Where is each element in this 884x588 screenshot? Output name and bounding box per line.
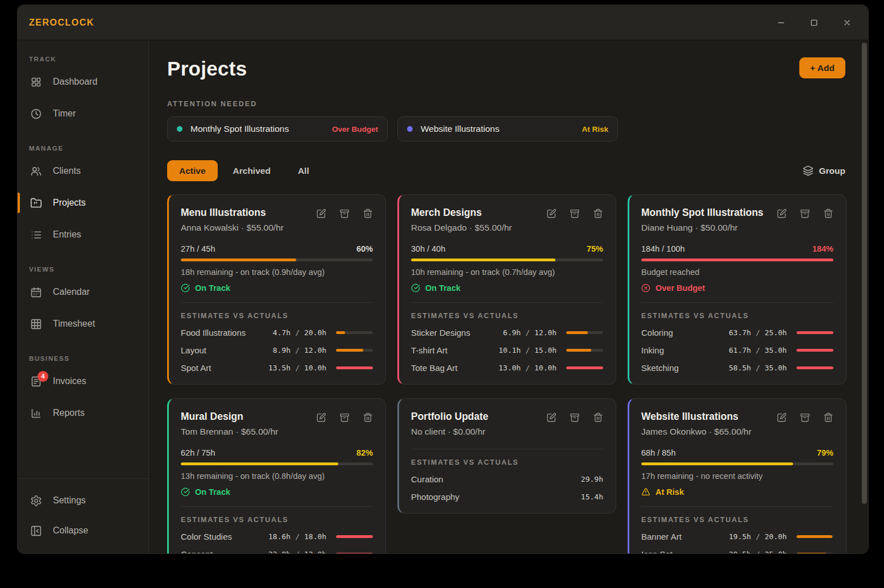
task-name: Spot Art (181, 363, 262, 373)
tab-active[interactable]: Active (167, 160, 218, 181)
project-client-rate: No client · $0.00/hr (411, 427, 488, 437)
tab-archived[interactable]: Archived (221, 160, 283, 181)
bar-chart-icon (30, 407, 42, 419)
task-name: Coloring (641, 328, 723, 337)
progress-percent: 184% (812, 244, 833, 253)
hours-tracked: 27h / 45h (181, 244, 215, 253)
task-progress-bar (796, 366, 833, 369)
sidebar-item-projects[interactable]: Projects (18, 189, 148, 217)
task-name: Tote Bag Art (411, 363, 492, 373)
progress-bar (641, 258, 833, 261)
group-button[interactable]: Group (803, 165, 846, 176)
project-name: Website Illustrations (641, 411, 752, 423)
delete-button[interactable] (823, 208, 833, 220)
sidebar-item-label: Collapse (53, 526, 88, 536)
hours-tracked: 30h / 40h (411, 244, 445, 253)
task-progress-fill (796, 553, 827, 554)
task-progress-fill (566, 366, 603, 369)
task-hours: 15.4h (581, 493, 603, 501)
edit-icon (777, 208, 787, 219)
sidebar-item-settings[interactable]: Settings (18, 486, 148, 515)
status-label: On Track (195, 283, 230, 293)
task-hours: 13.0h/10.0h (492, 364, 559, 372)
archive-button[interactable] (339, 412, 350, 424)
project-name: Monthly Spot Illustrations (641, 207, 763, 219)
sidebar-section-manage: MANAGE (29, 145, 148, 152)
edit-button[interactable] (777, 412, 787, 424)
delete-button[interactable] (593, 208, 603, 220)
check-circle-icon (181, 487, 190, 497)
archive-button[interactable] (570, 412, 580, 424)
x-circle-icon (641, 283, 650, 293)
archive-button[interactable] (800, 412, 810, 424)
task-hours: 61.7h/35.0h (723, 346, 790, 355)
delete-button[interactable] (363, 412, 373, 424)
close-button[interactable] (837, 13, 857, 32)
project-card-portfolio-update: Portfolio Update No client · $0.00/hr ES… (397, 398, 616, 514)
users-icon (30, 165, 42, 177)
archive-button[interactable] (570, 208, 580, 220)
edit-button[interactable] (777, 208, 787, 220)
sidebar-item-dashboard[interactable]: Dashboard (18, 68, 148, 96)
task-name: Sticker Designs (411, 328, 492, 337)
task-row: Sticker Designs 6.9h/12.0h (411, 327, 603, 337)
sidebar-item-invoices[interactable]: 4 Invoices (18, 367, 148, 395)
edit-button[interactable] (546, 412, 557, 424)
maximize-button[interactable] (804, 13, 824, 32)
archive-button[interactable] (339, 208, 350, 220)
edit-button[interactable] (316, 208, 326, 220)
sidebar-item-collapse[interactable]: Collapse (18, 516, 148, 545)
attention-row: Monthly Spot Illustrations Over Budget W… (167, 116, 845, 141)
task-progress-bar (336, 331, 373, 334)
layers-icon (803, 165, 814, 176)
sidebar-item-calendar[interactable]: Calendar (18, 278, 148, 306)
task-row: Icon Set 20.5h/25.0h (641, 549, 833, 554)
estimates-vs-actuals-label: ESTIMATES VS ACTUALS (641, 312, 833, 320)
task-hours: 29.9h (581, 475, 603, 483)
desktop-background: ZEROCLOCK TRACK Dashboard Timer MANAGE (0, 0, 884, 588)
sidebar-item-reports[interactable]: Reports (18, 399, 148, 427)
sidebar-item-timesheet[interactable]: Timesheet (18, 310, 148, 338)
estimates-vs-actuals-label: ESTIMATES VS ACTUALS (181, 312, 373, 320)
trash-icon (363, 208, 373, 219)
sidebar-item-timer[interactable]: Timer (18, 99, 148, 128)
progress-bar-fill (181, 462, 338, 465)
minimize-button[interactable] (771, 13, 791, 32)
task-row: Inking 61.7h/35.0h (641, 345, 833, 355)
task-name: Color Studies (181, 532, 262, 541)
archive-button[interactable] (800, 208, 810, 220)
delete-button[interactable] (593, 412, 603, 424)
tab-all[interactable]: All (286, 160, 321, 181)
task-name: T-shirt Art (411, 345, 492, 355)
edit-button[interactable] (546, 208, 557, 220)
attention-card-monthly-spot[interactable]: Monthly Spot Illustrations Over Budget (167, 116, 388, 141)
delete-button[interactable] (823, 412, 833, 424)
archive-icon (570, 412, 580, 423)
progress-bar (411, 258, 603, 261)
divider (181, 302, 373, 303)
task-hours: 20.5h/25.0h (723, 550, 790, 554)
status-label: On Track (195, 487, 230, 497)
add-project-button[interactable]: + Add (799, 57, 845, 78)
titlebar: ZEROCLOCK (18, 5, 868, 40)
status-badge: At Risk (641, 487, 833, 497)
app-logo: ZEROCLOCK (29, 18, 94, 28)
task-name: Icon Set (641, 549, 723, 554)
edit-button[interactable] (316, 412, 326, 424)
task-row: Curation 29.9h (411, 474, 603, 484)
estimates-vs-actuals-label: ESTIMATES VS ACTUALS (411, 458, 603, 466)
task-row: Color Studies 18.6h/18.0h (181, 531, 373, 541)
divider (641, 302, 833, 303)
sidebar-section-track: TRACK (29, 56, 148, 62)
calendar-icon (30, 286, 42, 298)
task-progress-bar (336, 366, 373, 369)
task-progress-bar (336, 349, 373, 352)
edit-icon (316, 208, 326, 219)
sidebar-item-clients[interactable]: Clients (18, 157, 148, 185)
hours-tracked: 62h / 75h (181, 448, 215, 457)
attention-card-website-illustrations[interactable]: Website Illustrations At Risk (397, 116, 618, 141)
delete-button[interactable] (363, 208, 373, 220)
scrollbar[interactable] (862, 43, 867, 504)
task-row: Banner Art 19.5h/20.0h (641, 531, 833, 541)
sidebar-item-entries[interactable]: Entries (18, 220, 148, 249)
